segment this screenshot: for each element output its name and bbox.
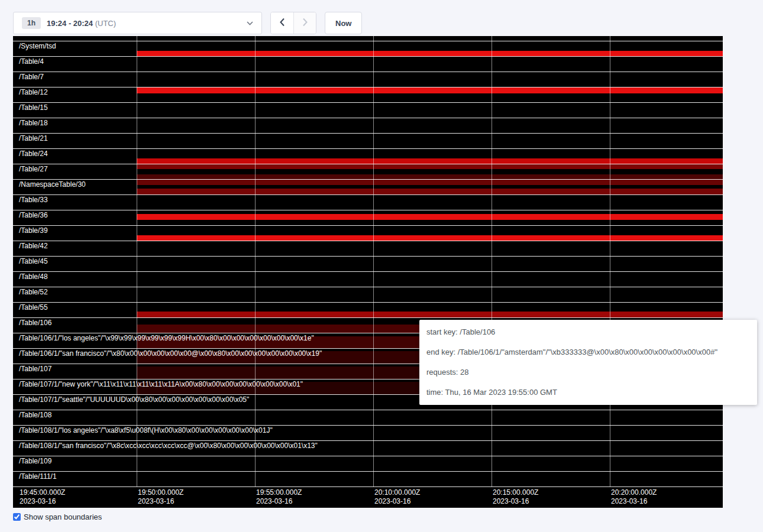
hover-tooltip: start key: /Table/106end key: /Table/106… <box>419 320 757 405</box>
heat-band[interactable] <box>137 312 723 317</box>
time-axis-tick: 19:50:00.000Z2023-03-16 <box>138 488 183 506</box>
heat-band[interactable] <box>137 158 723 164</box>
show-span-boundaries-checkbox[interactable] <box>13 513 21 521</box>
span-key-label: /Table/45 <box>19 258 48 265</box>
span-boundary-line <box>13 133 723 134</box>
tooltip-line: time: Thu, 16 Mar 2023 19:55:00 GMT <box>426 388 750 397</box>
time-gridline <box>255 36 256 486</box>
span-boundary-line <box>13 225 723 226</box>
span-boundary-line <box>13 179 723 180</box>
span-boundary-line <box>13 118 723 118</box>
time-axis-time: 20:10:00.000Z <box>374 488 420 497</box>
time-axis-date: 2023-03-16 <box>20 497 65 506</box>
span-boundary-line <box>13 194 723 195</box>
chevron-down-icon <box>247 21 253 25</box>
span-key-label: /Table/42 <box>19 242 48 250</box>
span-boundary-line <box>13 41 723 41</box>
time-gridline <box>137 36 137 486</box>
span-key-label: /Table/21 <box>19 135 48 142</box>
time-nav-group <box>270 12 316 34</box>
span-key-label: /Table/18 <box>19 119 48 127</box>
time-axis-time: 20:20:00.000Z <box>611 488 657 497</box>
tooltip-line: start key: /Table/106 <box>426 327 750 336</box>
tooltip-line: requests: 28 <box>426 368 750 377</box>
span-boundary-line <box>13 102 723 103</box>
time-axis-time: 20:15:00.000Z <box>493 488 538 497</box>
span-key-label: /Table/109 <box>19 458 51 465</box>
span-key-label: /Table/52 <box>19 288 48 296</box>
time-axis-tick: 20:15:00.000Z2023-03-16 <box>493 488 538 506</box>
time-axis-tick: 20:20:00.000Z2023-03-16 <box>611 488 657 506</box>
heat-band[interactable] <box>137 179 723 185</box>
span-key-label: /Table/108/1/"los angeles"/"\xa8\xf5\u00… <box>19 427 273 434</box>
heat-band[interactable] <box>137 174 723 179</box>
show-span-boundaries[interactable]: Show span boundaries <box>13 512 763 521</box>
time-window-badge: 1h <box>22 17 41 29</box>
key-visualizer-page: { "toolbar": { "range_badge": "1h", "ran… <box>0 0 763 532</box>
span-key-label: /Table/15 <box>19 104 48 112</box>
span-key-label: /Table/108 <box>19 411 51 419</box>
span-boundary-line <box>13 456 723 456</box>
next-range-button[interactable] <box>293 12 316 34</box>
key-visualizer-canvas[interactable]: /System/tsd/Table/4/Table/7/Table/12/Tab… <box>13 36 723 508</box>
time-axis-tick: 20:10:00.000Z2023-03-16 <box>374 488 420 506</box>
span-key-label: /Table/4 <box>19 58 44 66</box>
span-boundary-line <box>13 486 723 487</box>
time-axis-date: 2023-03-16 <box>493 497 538 506</box>
span-boundary-line <box>13 471 723 472</box>
heat-band[interactable] <box>137 189 723 194</box>
span-key-label: /Table/106/1/"san francisco"/"\x80\x00\x… <box>19 350 322 358</box>
span-boundary-line <box>13 87 723 87</box>
heat-band[interactable] <box>137 164 723 169</box>
time-gridline <box>610 36 610 486</box>
time-axis-time: 19:45:00.000Z <box>20 488 65 497</box>
heat-band[interactable] <box>137 51 723 56</box>
span-key-label: /Table/111/1 <box>19 473 57 481</box>
now-button[interactable]: Now <box>325 12 362 34</box>
span-key-label: /Table/108/1/"san francisco"/"\x8c\xcc\x… <box>19 442 318 450</box>
span-key-label: /Table/39 <box>19 227 48 235</box>
span-key-label: /Table/106 <box>19 319 51 327</box>
tooltip-line: end key: /Table/106/1/"amsterdam"/"\xb33… <box>426 348 750 356</box>
time-gridline <box>373 36 374 486</box>
span-boundary-line <box>13 210 723 210</box>
toolbar: 1h 19:24 - 20:24 (UTC) Now <box>13 12 763 34</box>
time-axis-date: 2023-03-16 <box>611 497 657 506</box>
heat-band[interactable] <box>137 87 723 93</box>
time-axis-date: 2023-03-16 <box>256 497 302 506</box>
span-boundary-line <box>13 317 723 318</box>
span-key-label: /Table/12 <box>19 89 48 96</box>
span-boundary-line <box>13 440 723 441</box>
time-range-dropdown[interactable]: 1h 19:24 - 20:24 (UTC) <box>13 12 262 34</box>
span-boundary-line <box>13 256 723 257</box>
chevron-left-icon <box>280 18 285 28</box>
span-boundary-line <box>13 287 723 287</box>
span-key-label: /Table/27 <box>19 166 48 173</box>
span-boundary-line <box>13 410 723 410</box>
time-axis-time: 19:50:00.000Z <box>138 488 183 497</box>
span-key-label: /Table/7 <box>19 73 44 81</box>
span-boundary-line <box>13 164 723 164</box>
prev-range-button[interactable] <box>271 12 293 34</box>
span-boundary-line <box>13 148 723 149</box>
span-boundary-line <box>13 56 723 57</box>
heat-band[interactable] <box>137 214 723 220</box>
time-range-timezone: (UTC) <box>95 19 116 28</box>
time-axis-tick: 19:55:00.000Z2023-03-16 <box>256 488 302 506</box>
span-boundary-line <box>13 271 723 272</box>
span-boundary-line <box>13 72 723 72</box>
time-axis-time: 19:55:00.000Z <box>256 488 302 497</box>
span-key-label: /Table/24 <box>19 150 48 158</box>
span-key-label: /Table/107/1/"seattle"/"UUUUUUD\x00\x80\… <box>19 396 249 404</box>
span-key-label: /Table/36 <box>19 212 48 219</box>
time-axis-date: 2023-03-16 <box>374 497 420 506</box>
time-range-value: 19:24 - 20:24 <box>47 19 93 28</box>
span-key-label: /Table/107/1/"new york"/"\x11\x11\x11\x1… <box>19 381 303 388</box>
span-key-label: /Table/48 <box>19 273 48 281</box>
time-axis-tick: 19:45:00.000Z2023-03-16 <box>20 488 65 506</box>
span-key-label: /Table/107 <box>19 365 51 373</box>
time-axis-date: 2023-03-16 <box>138 497 183 506</box>
span-boundary-line <box>13 241 723 241</box>
span-key-label: /NamespaceTable/30 <box>19 181 86 189</box>
span-key-label: /Table/33 <box>19 196 48 204</box>
